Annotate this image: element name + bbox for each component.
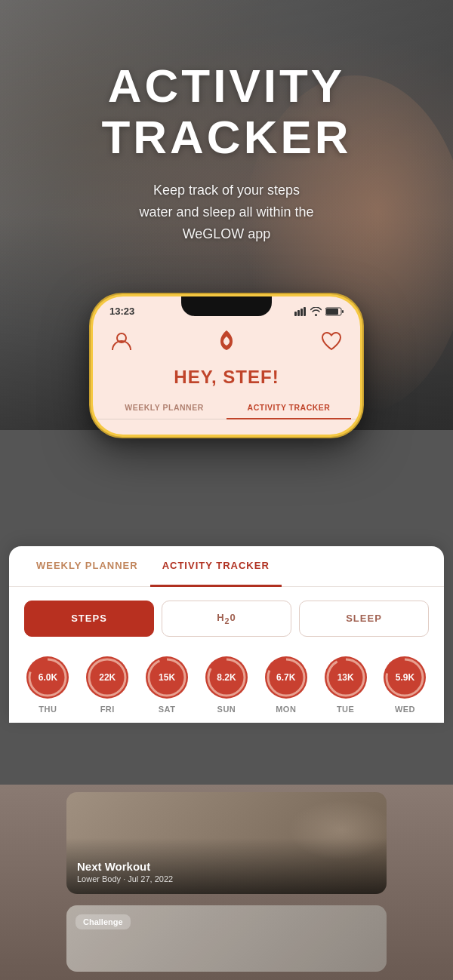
- step-circle-sat: 15K: [146, 656, 188, 699]
- steps-button[interactable]: STEPS: [24, 601, 154, 637]
- signal-icon: [294, 307, 307, 316]
- app-logo-icon: [213, 327, 240, 355]
- challenge-badge: Challenge: [76, 914, 131, 929]
- svg-rect-0: [294, 312, 297, 316]
- activity-card: WEEKLY PLANNER ACTIVITY TRACKER STEPS H2…: [9, 546, 444, 723]
- step-item-wed: 5.9K WED: [384, 656, 426, 714]
- workout-title: Next Workout: [77, 860, 173, 873]
- svg-rect-6: [342, 310, 344, 313]
- profile-icon[interactable]: [109, 329, 134, 353]
- tab-activity-tracker[interactable]: ACTIVITY TRACKER: [226, 397, 351, 419]
- card-tabs: WEEKLY PLANNER ACTIVITY TRACKER: [9, 546, 444, 587]
- svg-point-10: [149, 659, 185, 696]
- hero-section: ACTIVITY TRACKER Keep track of your step…: [0, 60, 453, 245]
- step-circle-fri: 22K: [86, 656, 128, 699]
- step-item-thu: 6.0K THU: [26, 656, 69, 714]
- step-circle-tue: 13K: [325, 656, 367, 699]
- step-item-tue: 13K TUE: [325, 656, 367, 714]
- sleep-button[interactable]: SLEEP: [299, 601, 429, 637]
- step-item-fri: 22K FRI: [86, 656, 128, 714]
- svg-rect-5: [326, 309, 338, 315]
- activity-buttons: STEPS H20 SLEEP: [9, 587, 444, 650]
- step-circle-wed: 5.9K: [384, 656, 426, 699]
- hero-title: ACTIVITY TRACKER: [0, 60, 453, 163]
- workout-card[interactable]: Next Workout Lower Body · Jul 27, 2022: [66, 792, 387, 894]
- phone-mockup: 13:23: [91, 294, 362, 437]
- step-circle-thu: 6.0K: [26, 656, 69, 699]
- workout-detail: Lower Body · Jul 27, 2022: [77, 874, 173, 883]
- svg-rect-2: [300, 309, 303, 316]
- phone-tabs: WEEKLY PLANNER ACTIVITY TRACKER: [93, 397, 360, 419]
- status-icons: [294, 307, 344, 316]
- phone-app-header: [93, 321, 360, 364]
- challenge-card[interactable]: Challenge: [66, 905, 387, 972]
- step-circle-sun: 8.2K: [205, 656, 248, 699]
- water-button[interactable]: H20: [162, 601, 291, 637]
- hero-subtitle: Keep track of your stepswater and sleep …: [0, 180, 453, 244]
- heart-icon[interactable]: [319, 329, 344, 353]
- step-item-sun: 8.2K SUN: [205, 656, 248, 714]
- wifi-icon: [310, 307, 322, 316]
- svg-point-12: [268, 659, 304, 696]
- svg-rect-3: [304, 307, 306, 316]
- step-circle-mon: 6.7K: [265, 656, 307, 699]
- svg-point-11: [208, 659, 245, 696]
- svg-point-8: [29, 659, 66, 696]
- svg-point-14: [387, 659, 423, 696]
- phone-notch: [181, 296, 272, 316]
- step-item-mon: 6.7K MON: [265, 656, 307, 714]
- step-item-sat: 15K SAT: [146, 656, 188, 714]
- steps-row: 6.0K THU 22K FRI 15K SAT: [9, 650, 444, 723]
- svg-point-9: [89, 659, 125, 696]
- svg-point-13: [328, 659, 364, 696]
- card-tab-weekly-planner[interactable]: WEEKLY PLANNER: [24, 546, 150, 586]
- svg-rect-1: [297, 310, 300, 316]
- phone-screen: 13:23: [93, 296, 360, 435]
- phone-frame: 13:23: [91, 294, 362, 437]
- card-tab-activity-tracker[interactable]: ACTIVITY TRACKER: [150, 546, 282, 587]
- tab-weekly-planner[interactable]: WEEKLY PLANNER: [102, 397, 226, 419]
- greeting-text: HEY, STEF!: [93, 364, 360, 397]
- workout-info: Next Workout Lower Body · Jul 27, 2022: [77, 860, 173, 883]
- battery-icon: [325, 307, 344, 316]
- status-time: 13:23: [109, 306, 134, 317]
